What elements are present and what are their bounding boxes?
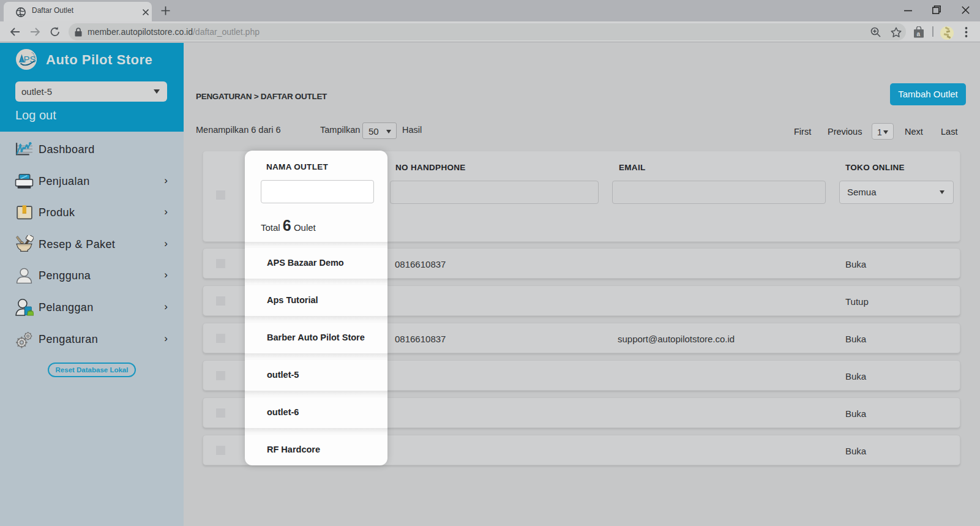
svg-text:a: a [917,31,921,37]
svg-text:PS: PS [24,54,36,64]
